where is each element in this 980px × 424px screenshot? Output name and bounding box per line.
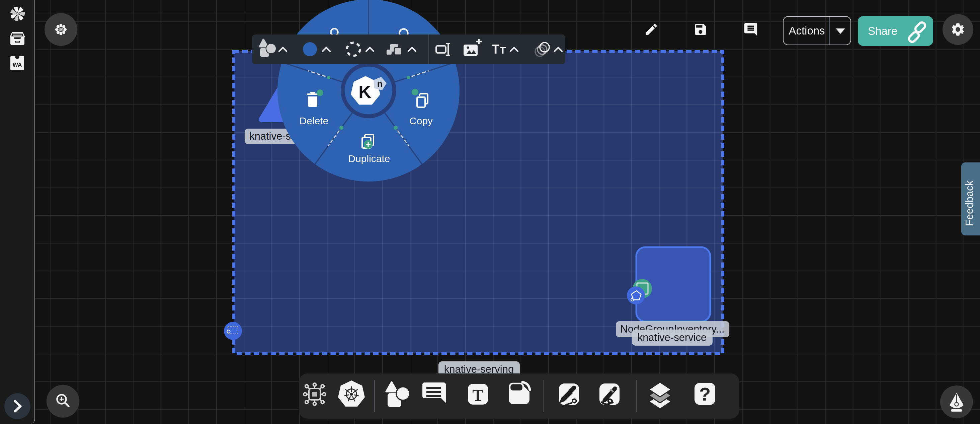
svg-text:T: T xyxy=(492,42,500,56)
svg-text:K: K xyxy=(358,82,371,102)
svg-text:Copy: Copy xyxy=(409,115,433,126)
svg-text:?: ? xyxy=(699,384,711,405)
svg-text:T: T xyxy=(500,45,506,56)
svg-text:T: T xyxy=(472,386,483,405)
svg-text:n: n xyxy=(377,79,383,89)
svg-text:Delete: Delete xyxy=(299,115,329,126)
svg-text:Duplicate: Duplicate xyxy=(348,153,390,164)
svg-text:knative-service: knative-service xyxy=(638,332,707,343)
